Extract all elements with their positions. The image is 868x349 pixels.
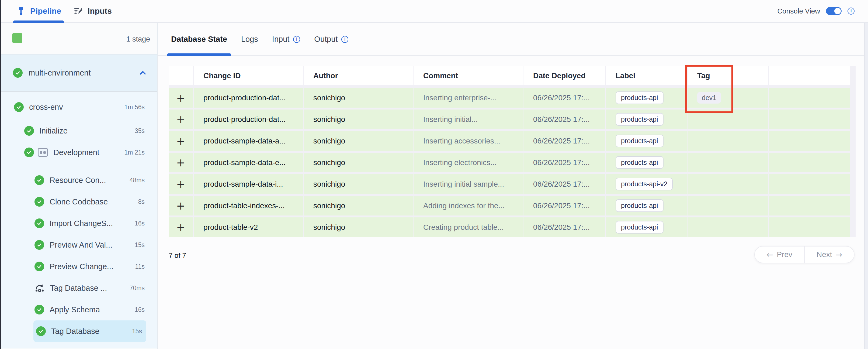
console-view-info-icon[interactable]: i [847,7,855,14]
label-badge: products-api [616,156,663,169]
cell-author: sonichigo [304,174,413,194]
cell-change-id: product-sample-data-e... [194,153,303,172]
stage-status-square[interactable] [12,33,22,43]
cell-tag: dev1 [687,88,768,108]
tab-database-state[interactable]: Database State [171,35,227,44]
tree-item-clone-codebase[interactable]: Clone Codebase 8s [1,191,157,212]
step-detail-panel: Database State Logs Input i Output i Cha… [158,23,864,349]
table-row-expand-cell: + [168,196,193,215]
chevron-up-icon[interactable] [138,68,147,78]
tree-item-duration: 48ms [130,177,145,184]
expand-row-button[interactable]: + [176,92,185,103]
stage-summary: 1 stage [1,23,157,54]
tab-output[interactable]: Output i [314,35,348,44]
expand-row-button[interactable]: + [176,200,185,211]
cell-change-id: product-sample-data-a... [194,131,303,151]
prev-arrow-icon: ← [767,250,773,259]
header-tag: Tag [687,66,768,85]
next-button[interactable]: Next → [804,246,854,263]
tree-item-label: Initialize [39,126,68,136]
cell-label: products-api [606,110,687,129]
cell-comment: Adding indexes for the... [413,196,523,215]
cell-label: products-api [606,88,687,108]
success-check-icon [34,175,44,185]
next-arrow-icon: → [836,250,842,259]
cell-comment: Inserting accessories... [413,131,523,151]
prev-button[interactable]: ← Prev [755,246,804,263]
stage-group-multi-environment[interactable]: multi-environment [1,54,157,92]
cell-change-id: product-table-v2 [194,217,303,237]
cell-comment: Inserting electronics... [413,153,523,172]
expand-row-button[interactable]: + [176,157,185,168]
vertical-scrollbar[interactable] [864,23,868,349]
tree-item-label: Preview Change... [50,262,114,271]
cell-change-id: product-production-dat... [194,110,303,129]
tree-item-cross-env[interactable]: cross-env 1m 56s [1,96,157,118]
console-view-label: Console View [777,7,820,16]
cell-label: products-api [606,217,687,237]
label-badge: products-api [616,221,663,234]
tree-item-duration: 16s [135,220,145,227]
expand-row-button[interactable]: + [176,136,185,146]
tree-item-preview-changes[interactable]: Preview Change... 11s [1,256,157,277]
tab-label: Logs [241,35,258,44]
window-left-edge [0,0,1,349]
cell-comment: Inserting enterprise-... [413,88,523,108]
tree-item-tag-database-rollback[interactable]: Tag Database ... 70ms [1,277,157,299]
tree-item-duration: 70ms [130,285,145,292]
output-info-icon[interactable]: i [341,36,348,43]
tab-label: Input [272,35,289,44]
active-tab-underline [13,21,64,23]
cell-change-id: product-production-dat... [194,88,303,108]
tree-item-preview-and-validate[interactable]: Preview And Val... 15s [1,234,157,256]
success-check-icon [34,240,44,250]
tab-logs[interactable]: Logs [241,35,258,44]
database-state-table: Change ID Author Comment Date Deployed L… [168,66,856,237]
step-group-icon [38,148,48,157]
tab-label: Database State [171,35,227,44]
tree-item-label: Preview And Val... [50,240,112,250]
tab-input[interactable]: Input i [272,35,300,44]
stage-count: 1 stage [126,35,150,43]
cell-change-id: product-table-indexes-... [194,196,303,215]
expand-row-button[interactable]: + [176,222,185,233]
tree-item-duration: 16s [135,306,145,313]
cell-spacer [769,88,850,108]
input-info-icon[interactable]: i [293,36,300,43]
tab-label: Output [314,35,338,44]
tree-item-duration: 35s [135,127,145,135]
tree-item-apply-schema[interactable]: Apply Schema 16s [1,299,157,320]
cell-spacer [769,110,850,129]
tree-item-import-changesets[interactable]: Import ChangeS... 16s [1,212,157,234]
cell-comment: Inserting initial... [413,110,523,129]
stage-group-label: multi-environment [29,68,91,78]
prev-label: Prev [777,250,792,259]
success-check-icon [34,262,44,271]
tree-item-duration: 15s [132,328,142,335]
console-view-toggle[interactable] [826,7,842,15]
cell-tag [687,217,768,237]
success-check-icon [34,305,44,315]
tree-item-resource-constraint[interactable]: Resource Con... 48ms [1,169,157,191]
tree-item-label: Import ChangeS... [50,219,113,228]
top-bar: Pipeline Inputs Console View i [0,0,868,23]
tab-pipeline[interactable]: Pipeline [16,0,64,22]
cell-date-deployed: 06/26/2025 17:... [523,110,605,129]
cell-spacer [769,196,850,215]
label-badge: products-api [616,199,663,212]
expand-row-button[interactable]: + [176,114,185,125]
tree-item-tag-database-selected[interactable]: Tag Database 15s [33,320,146,342]
tab-inputs[interactable]: Inputs [73,0,112,22]
cell-date-deployed: 06/26/2025 17:... [523,153,605,172]
expand-row-button[interactable]: + [176,179,185,190]
cell-spacer [769,174,850,194]
tree-item-development[interactable]: Development 1m 21s [1,142,157,163]
table-row-expand-cell: + [168,110,193,129]
cell-tag [687,110,768,129]
cell-tag [687,153,768,172]
table-row-expand-cell: + [168,217,193,237]
tree-item-initialize[interactable]: Initialize 35s [1,120,157,142]
cell-label: products-api [606,153,687,172]
tree-item-label: Tag Database [51,327,99,336]
cell-spacer [769,153,850,172]
